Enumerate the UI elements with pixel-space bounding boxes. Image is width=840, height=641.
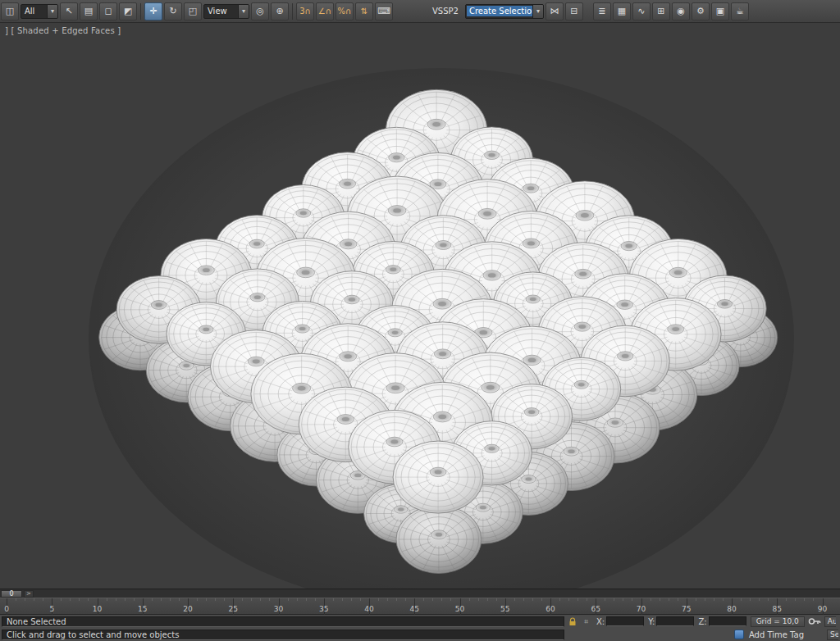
add-time-tag-button[interactable]: Add Time Tag: [749, 630, 804, 639]
status-row-1: None Selected ⌗ X: Y: Z: Grid = 10,0 Au: [0, 615, 840, 628]
time-slider[interactable]: 0 >: [0, 589, 840, 598]
select-object-icon[interactable]: ↖: [60, 2, 78, 20]
select-and-link-icon[interactable]: ◫: [1, 2, 19, 20]
toolbar-separator: [292, 3, 293, 20]
frame-tick: [614, 598, 614, 601]
render-setup-icon[interactable]: ⚙: [692, 2, 710, 20]
curve-editor-icon[interactable]: ∿: [632, 2, 651, 20]
frame-tick: [541, 598, 542, 601]
time-tag-icon[interactable]: [734, 630, 744, 639]
frame-tick: [170, 598, 171, 601]
frame-tick: [469, 598, 470, 601]
frame-tick-label: 5: [49, 605, 54, 613]
spinner-snap-icon[interactable]: ⇅: [355, 2, 373, 20]
y-label: Y:: [646, 617, 655, 626]
frame-tick: [116, 598, 116, 601]
absolute-offset-toggle-icon[interactable]: ⌗: [580, 616, 592, 627]
frame-tick: [714, 598, 714, 601]
layer-manager-icon[interactable]: ≣: [593, 2, 611, 20]
mirror-icon[interactable]: ⋈: [546, 2, 564, 20]
chevron-down-icon[interactable]: ▾: [532, 5, 543, 18]
selection-status-field[interactable]: None Selected: [2, 616, 564, 627]
select-and-rotate-icon[interactable]: ↻: [164, 2, 182, 20]
frame-tick: [587, 598, 587, 601]
frame-tick: [215, 598, 216, 601]
percent-snap-icon[interactable]: %∩: [336, 2, 354, 20]
frame-tick: [61, 598, 62, 601]
render-production-icon[interactable]: ☕: [731, 2, 749, 20]
select-by-name-icon[interactable]: ▤: [80, 2, 98, 20]
rectangular-selection-region-icon[interactable]: ◻: [99, 2, 117, 20]
frame-tick-label: 75: [682, 605, 691, 613]
frame-tick-label: 25: [229, 605, 238, 613]
frame-tick: [532, 598, 533, 601]
named-selection-set-combo-value: Create Selection Se: [467, 6, 532, 16]
set-key-button[interactable]: Se: [827, 630, 838, 640]
frame-tick: [632, 598, 632, 601]
material-editor-icon[interactable]: ◉: [672, 2, 690, 20]
select-and-move-icon[interactable]: ✛: [144, 2, 162, 20]
frame-tick: [43, 598, 43, 601]
toolbar-label-vssp2[interactable]: VSSP2: [427, 7, 463, 16]
y-coordinate-field[interactable]: [656, 616, 694, 626]
torus-mesh[interactable]: [396, 506, 482, 574]
frame-tick: [678, 598, 678, 601]
frame-tick-label: 35: [319, 605, 328, 613]
frame-tick: [88, 598, 89, 601]
reference-coordinate-dropdown[interactable]: View▾: [203, 4, 249, 19]
selection-lock-icon[interactable]: [566, 616, 578, 627]
schematic-view-icon[interactable]: ⊞: [652, 2, 670, 20]
viewport-shading-label[interactable]: ] [ Shaded + Edged Faces ]: [5, 26, 121, 35]
graphite-ribbon-icon[interactable]: ▦: [613, 2, 631, 20]
frame-tick: [786, 598, 787, 601]
toolbar-separator: [140, 3, 141, 20]
frame-tick: [297, 598, 298, 601]
prompt-line: Click and drag to select and move object…: [2, 630, 564, 640]
frame-tick: [351, 598, 352, 601]
window-crossing-icon[interactable]: ◩: [119, 2, 137, 20]
chevron-down-icon[interactable]: ▾: [47, 5, 57, 18]
frame-tick-label: 0: [4, 605, 9, 613]
frame-tick: [705, 598, 705, 601]
viewport[interactable]: ] [ Shaded + Edged Faces ]: [0, 23, 840, 589]
auto-key-button[interactable]: Au: [824, 616, 836, 627]
frame-tick: [405, 598, 406, 601]
frame-tick: [750, 598, 751, 601]
frame-tick: [568, 598, 569, 601]
x-coordinate-field[interactable]: [606, 616, 644, 626]
snap-toggle-3d-icon[interactable]: 3∩: [296, 2, 314, 20]
next-frame-button[interactable]: >: [24, 590, 34, 598]
rendered-frame-icon[interactable]: ▣: [711, 2, 729, 20]
viewport-scene[interactable]: [0, 23, 840, 589]
frame-tick: [795, 598, 796, 601]
frame-tick: [605, 598, 605, 601]
frame-tick: [441, 598, 442, 601]
status-row-2: Click and drag to select and move object…: [0, 628, 840, 641]
align-icon[interactable]: ⊟: [565, 2, 583, 20]
select-and-scale-icon[interactable]: ◰: [184, 2, 202, 20]
selection-filter-dropdown[interactable]: All▾: [21, 4, 58, 19]
keyboard-override-icon[interactable]: ⌨: [375, 2, 393, 20]
frame-tick: [134, 598, 135, 601]
frame-tick: [79, 598, 80, 601]
chevron-down-icon[interactable]: ▾: [238, 5, 249, 18]
frame-tick: [723, 598, 724, 601]
key-icon[interactable]: [806, 616, 823, 627]
frame-tick: [360, 598, 361, 601]
select-and-manipulate-icon[interactable]: ⊕: [271, 2, 289, 20]
z-coordinate-field[interactable]: [709, 616, 746, 626]
use-pivot-point-icon[interactable]: ◎: [251, 2, 269, 20]
track-bar[interactable]: 051015202530354045505560657075808590: [0, 598, 840, 615]
angle-snap-icon[interactable]: ∠∩: [316, 2, 334, 20]
time-slider-handle[interactable]: 0: [1, 590, 22, 598]
frame-tick: [333, 598, 334, 601]
frame-tick: [623, 598, 623, 601]
frame-tick-label: 50: [455, 605, 464, 613]
torus-mesh[interactable]: [393, 441, 483, 513]
frame-tick: [423, 598, 424, 601]
grid-setting-display: Grid = 10,0: [751, 616, 805, 627]
frame-tick: [125, 598, 126, 601]
named-selection-set-combo[interactable]: Create Selection Se▾: [465, 4, 544, 19]
frame-tick: [578, 598, 578, 601]
frame-tick: [260, 598, 261, 601]
